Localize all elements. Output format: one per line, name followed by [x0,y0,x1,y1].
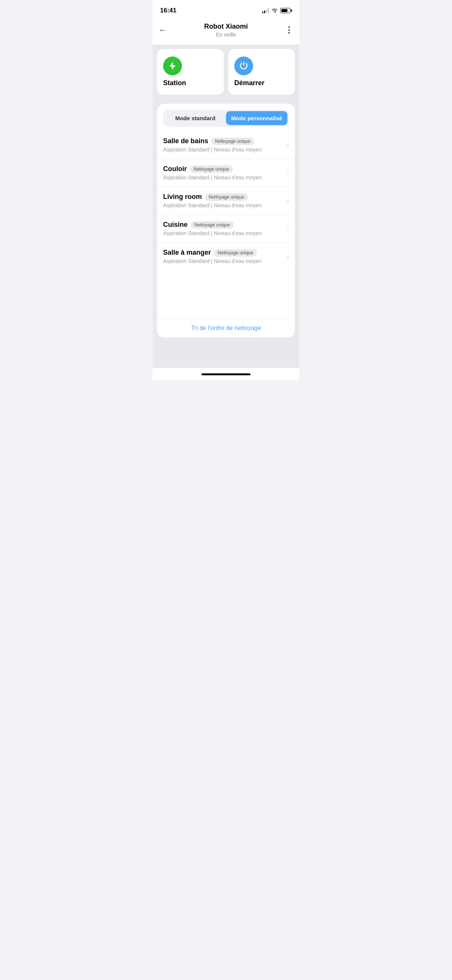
device-status: En veille [175,32,277,38]
room-badge: Nettoyage unique [205,193,248,201]
room-badge: Nettoyage unique [191,221,234,229]
mode-standard-button[interactable]: Mode standard [165,111,226,125]
empty-space [157,273,295,318]
chevron-right-icon: › [287,197,289,204]
room-details: Aspiration Standard | Niveau d'eau moyen [163,146,287,153]
room-item[interactable]: Living room Nettoyage unique Aspiration … [157,187,295,215]
status-bar: 16:41 [153,0,299,19]
header-center: Robot Xiaomi En veille [175,22,277,38]
mode-toggle: Mode standard Mode personnalisé [163,110,289,127]
room-item[interactable]: Salle à manger Nettoyage unique Aspirati… [157,243,295,270]
battery-icon [280,8,292,13]
room-info: Cuisine Nettoyage unique Aspiration Stan… [163,221,287,236]
room-info: Couloir Nettoyage unique Aspiration Stan… [163,165,287,180]
home-indicator [153,368,299,380]
room-details: Aspiration Standard | Niveau d'eau moyen [163,202,287,208]
room-name: Couloir [163,165,187,173]
room-info: Living room Nettoyage unique Aspiration … [163,193,287,208]
wifi-icon [271,8,278,13]
room-item[interactable]: Salle de bains Nettoyage unique Aspirati… [157,131,295,159]
room-details: Aspiration Standard | Niveau d'eau moyen [163,230,287,236]
main-section: Mode standard Mode personnalisé Salle de… [153,99,299,368]
status-icons [262,8,292,13]
page-title: Robot Xiaomi [175,22,277,31]
header: ← Robot Xiaomi En veille ⋮ [153,19,299,45]
back-arrow-icon: ← [159,25,167,35]
start-label: Démarrer [234,79,264,87]
station-card[interactable]: Station [157,49,224,95]
station-icon-bg [163,57,182,75]
room-info: Salle de bains Nettoyage unique Aspirati… [163,137,287,153]
room-list: Salle de bains Nettoyage unique Aspirati… [157,131,295,273]
bottom-bar: Tri de l'ordre de nettoyage [157,318,295,337]
room-details: Aspiration Standard | Niveau d'eau moyen [163,175,287,180]
power-icon [239,61,248,71]
more-button[interactable]: ⋮ [277,22,293,38]
start-card[interactable]: Démarrer [228,49,295,95]
station-label: Station [163,79,186,87]
room-info: Salle à manger Nettoyage unique Aspirati… [163,249,287,264]
room-badge: Nettoyage unique [214,249,257,256]
room-details: Aspiration Standard | Niveau d'eau moyen [163,258,287,264]
signal-icon [262,8,269,13]
room-item[interactable]: Couloir Nettoyage unique Aspiration Stan… [157,159,295,187]
top-cards: Station Démarrer [153,45,299,99]
room-name: Cuisine [163,221,188,229]
main-card: Mode standard Mode personnalisé Salle de… [157,103,295,337]
status-time: 16:41 [160,7,176,14]
bolt-icon [168,61,177,71]
room-name: Living room [163,193,202,201]
room-badge: Nettoyage unique [211,137,254,145]
start-icon-bg [234,57,253,75]
chevron-right-icon: › [287,170,289,177]
back-button[interactable]: ← [159,22,175,38]
room-name: Salle de bains [163,137,208,145]
chevron-right-icon: › [287,253,289,260]
room-name: Salle à manger [163,249,211,256]
mode-custom-button[interactable]: Mode personnalisé [226,111,287,125]
chevron-right-icon: › [287,142,289,148]
sort-button[interactable]: Tri de l'ordre de nettoyage [191,325,261,332]
room-item[interactable]: Cuisine Nettoyage unique Aspiration Stan… [157,215,295,243]
chevron-right-icon: › [287,225,289,232]
home-bar [202,373,250,375]
more-icon: ⋮ [285,25,293,35]
room-badge: Nettoyage unique [190,165,233,173]
